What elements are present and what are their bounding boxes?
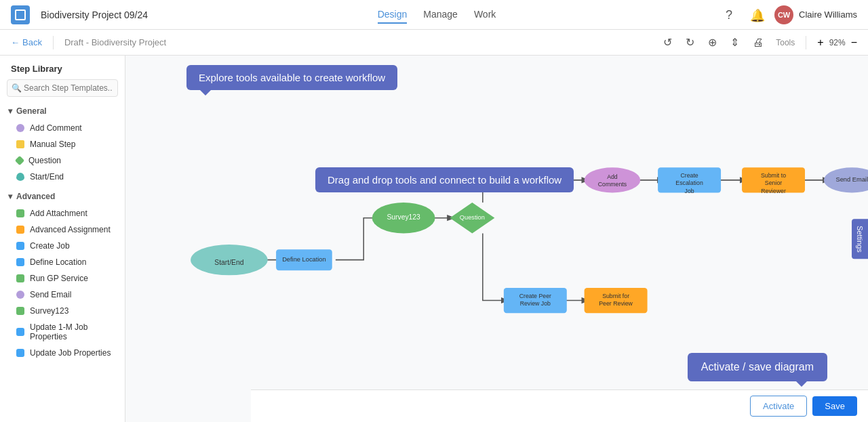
define-location-icon bbox=[16, 258, 24, 266]
undo-button[interactable]: ↺ bbox=[659, 33, 676, 51]
update-1m-icon bbox=[16, 328, 24, 336]
svg-text:Peer Review: Peer Review bbox=[599, 300, 633, 307]
avatar: CW bbox=[774, 5, 793, 24]
distribute-button[interactable]: ⇕ bbox=[726, 33, 743, 51]
nav-manage[interactable]: Manage bbox=[423, 6, 458, 24]
center-button[interactable]: ⊕ bbox=[704, 33, 721, 51]
back-arrow-icon: ← bbox=[11, 37, 20, 47]
toolbar: ← Back Draft - Biodiversity Project ↺ ↻ … bbox=[0, 30, 868, 56]
send-email-label: Send Email bbox=[30, 290, 71, 299]
svg-text:Define Location: Define Location bbox=[282, 256, 326, 263]
username: Claire Williams bbox=[799, 9, 857, 20]
help-icon[interactable]: ? bbox=[726, 8, 739, 22]
user-menu[interactable]: CW Claire Williams bbox=[774, 5, 857, 24]
sidebar-item-update-1m-job-properties[interactable]: Update 1-M Job Properties bbox=[0, 319, 125, 345]
zoom-level: 92% bbox=[829, 38, 846, 47]
print-button[interactable]: 🖨 bbox=[749, 34, 768, 51]
manual-step-label: Manual Step bbox=[30, 140, 75, 149]
toolbar-divider bbox=[53, 36, 54, 49]
project-title: Biodiversity Project 09/24 bbox=[41, 9, 148, 20]
chevron-down-icon: ▾ bbox=[8, 106, 12, 116]
svg-text:Submit to: Submit to bbox=[761, 172, 786, 179]
toolbar-divider2 bbox=[806, 36, 806, 49]
sidebar-item-create-job[interactable]: Create Job bbox=[0, 238, 125, 254]
sidebar-item-question[interactable]: Question bbox=[0, 152, 125, 169]
sidebar-item-add-attachment[interactable]: Add Attachment bbox=[0, 205, 125, 221]
nav-design[interactable]: Design bbox=[378, 6, 408, 24]
update-job-icon bbox=[16, 349, 24, 357]
nav-right: ? 🔔 CW Claire Williams bbox=[726, 5, 857, 24]
bell-icon[interactable]: 🔔 bbox=[750, 8, 764, 22]
define-location-label: Define Location bbox=[30, 257, 86, 267]
sidebar-item-survey123[interactable]: Survey123 bbox=[0, 303, 125, 319]
svg-text:Create Peer: Create Peer bbox=[519, 293, 551, 299]
general-section-header[interactable]: ▾ General bbox=[0, 102, 125, 120]
svg-text:Escalation: Escalation bbox=[675, 180, 703, 186]
update-job-label: Update Job Properties bbox=[30, 348, 111, 358]
sidebar-header: Step Library bbox=[0, 56, 125, 79]
svg-text:Senior: Senior bbox=[765, 180, 782, 186]
sidebar-item-update-job-properties[interactable]: Update Job Properties bbox=[0, 345, 125, 361]
advanced-section: ▾ Advanced Add Attachment Advanced Assig… bbox=[0, 188, 125, 364]
top-nav: Biodiversity Project 09/24 Design Manage… bbox=[0, 0, 868, 30]
svg-text:Review Job: Review Job bbox=[520, 300, 551, 307]
sidebar-item-manual-step[interactable]: Manual Step bbox=[0, 136, 125, 152]
start-end-label: Start/End bbox=[30, 172, 64, 182]
question-icon bbox=[15, 156, 24, 165]
breadcrumb: Draft - Biodiversity Project bbox=[64, 37, 166, 47]
search-wrap: 🔍 bbox=[7, 79, 118, 97]
svg-text:Reviewer: Reviewer bbox=[761, 188, 786, 194]
redo-button[interactable]: ↻ bbox=[682, 33, 698, 51]
settings-tab[interactable]: Settings bbox=[852, 219, 868, 259]
sidebar: Step Library 🔍 ▾ General Add Comment Man… bbox=[0, 56, 125, 422]
create-job-icon bbox=[16, 242, 24, 250]
nav-center: Design Manage Work bbox=[378, 6, 496, 24]
app-logo[interactable] bbox=[11, 5, 30, 24]
add-comment-icon bbox=[16, 124, 24, 132]
zoom-in-button[interactable]: + bbox=[817, 37, 823, 49]
main-layout: Step Library 🔍 ▾ General Add Comment Man… bbox=[0, 56, 868, 422]
add-attachment-label: Add Attachment bbox=[30, 209, 87, 218]
sidebar-item-start-end[interactable]: Start/End bbox=[0, 169, 125, 185]
advanced-label: Advanced bbox=[16, 192, 55, 201]
sidebar-search-container: 🔍 bbox=[0, 79, 125, 102]
svg-text:Submit for: Submit for bbox=[602, 293, 629, 299]
bottom-bar: Activate Save bbox=[251, 389, 868, 422]
general-section: ▾ General Add Comment Manual Step Questi… bbox=[0, 102, 125, 188]
advanced-section-header[interactable]: ▾ Advanced bbox=[0, 188, 125, 205]
survey123-icon bbox=[16, 307, 24, 315]
sidebar-item-advanced-assignment[interactable]: Advanced Assignment bbox=[0, 221, 125, 238]
svg-text:Send Email: Send Email bbox=[836, 176, 868, 183]
back-button[interactable]: ← Back bbox=[11, 37, 42, 47]
add-comment-label: Add Comment bbox=[30, 123, 82, 133]
toolbar-right: ↺ ↻ ⊕ ⇕ 🖨 Tools + 92% − bbox=[659, 33, 857, 51]
question-label: Question bbox=[28, 156, 61, 165]
sidebar-item-add-comment[interactable]: Add Comment bbox=[0, 120, 125, 136]
sidebar-item-define-location[interactable]: Define Location bbox=[0, 254, 125, 270]
survey123-label: Survey123 bbox=[30, 306, 68, 316]
zoom-out-button[interactable]: − bbox=[851, 37, 857, 49]
create-job-label: Create Job bbox=[30, 241, 70, 251]
chevron-down-icon-2: ▾ bbox=[8, 192, 12, 201]
activate-save-tooltip: Activate / save diagram bbox=[688, 353, 827, 381]
tools-label: Tools bbox=[776, 38, 795, 47]
advanced-assignment-label: Advanced Assignment bbox=[30, 225, 111, 234]
nav-work[interactable]: Work bbox=[474, 6, 496, 24]
svg-text:Question: Question bbox=[460, 214, 485, 221]
sidebar-item-send-email[interactable]: Send Email bbox=[0, 287, 125, 303]
search-input[interactable] bbox=[7, 79, 118, 97]
search-icon: 🔍 bbox=[12, 83, 22, 93]
send-email-icon bbox=[16, 291, 24, 299]
svg-text:Start/End: Start/End bbox=[214, 259, 243, 266]
canvas-area[interactable]: Explore tools available to create workfl… bbox=[125, 56, 868, 422]
svg-text:Create: Create bbox=[680, 172, 698, 179]
add-attachment-icon bbox=[16, 209, 24, 217]
explore-tools-tooltip: Explore tools available to create workfl… bbox=[186, 65, 397, 90]
general-label: General bbox=[16, 106, 47, 116]
sidebar-item-run-gp-service[interactable]: Run GP Service bbox=[0, 270, 125, 287]
activate-button[interactable]: Activate bbox=[750, 396, 807, 417]
save-button[interactable]: Save bbox=[812, 396, 857, 416]
run-gp-service-label: Run GP Service bbox=[30, 274, 88, 283]
manual-step-icon bbox=[16, 140, 24, 148]
start-end-icon bbox=[16, 173, 24, 181]
